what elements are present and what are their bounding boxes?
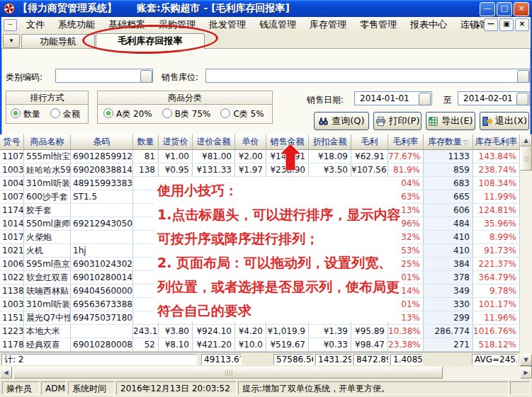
category-lookup-button[interactable] [140,70,152,83]
print-button[interactable]: 打印(P) [373,112,421,130]
table-cell: 6940456000091 [71,284,133,298]
table-cell: ¥62.91 [351,150,388,163]
column-header-12[interactable]: 库存毛利率 [473,134,520,150]
sales-location-lookup-button[interactable] [517,70,529,83]
table-cell: ¥3.80 [159,325,193,338]
export-button[interactable]: 导出(E) [426,112,475,130]
tip-line: 2. 页面布局：可以拖动列，设置列宽、 [157,251,399,275]
table-cell: ¥107.56 [351,163,388,177]
menu-item-cashflow[interactable]: 钱流管理 [254,18,301,31]
application-window: 【得力商贸管理系统】 账套:乐购超市 - [毛利库存回报率] — □ × － 文… [0,0,532,397]
column-header-2[interactable]: 条码 [71,134,133,150]
mdi-close-button[interactable]: × [515,18,529,31]
table-cell: 火机 [24,244,71,258]
column-header-9[interactable]: 毛利 [351,134,388,150]
table-row[interactable]: 11071555ml怡宝水690128599121981¥1.00¥81.00¥… [0,150,520,163]
table-cell: 娃哈哈水596ml [24,163,71,177]
table-cell: 呋喃西林贴 [24,284,71,298]
radio-class-a[interactable]: A类 20% [103,108,152,120]
scroll-up-icon[interactable]: ▲ [520,134,532,146]
date-to-picker-button[interactable] [516,93,528,105]
table-row[interactable]: 12230本地大米243.1¥3.80¥924.10¥4.20¥1,019.9¥… [0,325,520,338]
table-cell: 10224 [0,271,24,284]
maximize-button[interactable]: □ [497,2,512,16]
date-from-picker-button[interactable] [419,93,431,105]
column-header-0[interactable]: 货号 [0,134,24,150]
radio-class-c[interactable]: C类 5% [220,108,264,120]
column-header-1[interactable]: 商品名称 [24,134,71,150]
radio-quantity[interactable]: 数量 [11,108,40,120]
exit-button[interactable]: 退出(X) [480,112,529,130]
column-header-10[interactable]: 毛利率 [388,134,424,150]
table-cell: 1hj [71,244,133,258]
horizontal-scrollbar[interactable]: ◀ ▶ [0,367,532,379]
column-header-5[interactable]: 进价金额 [193,134,235,150]
scroll-right-icon[interactable]: ▶ [520,367,532,379]
table-cell: ¥95.89 [351,325,388,338]
menu-item-inventory[interactable]: 库存管理 [305,18,351,31]
column-header-8[interactable]: 折扣金额 [309,134,351,150]
column-header-11[interactable]: 库存数量▽ [424,134,473,150]
table-cell: 1016.76% [473,325,520,338]
mdi-system-menu-button[interactable]: － [4,19,17,31]
table-cell: ST1.5 [71,190,133,204]
table-cell: 221.37% [473,258,520,271]
table-cell: ¥0.95 [159,163,193,177]
table-cell [71,231,133,244]
summary-count: 计: 2 [1,354,197,365]
table-cell: 本地大米 [24,325,71,338]
vertical-scroll-thumb[interactable] [520,146,532,171]
table-cell: 6901028001489 [71,271,133,284]
print-button-label: 打印(P) [389,115,420,127]
menu-overflow-icon[interactable]: ▸ [477,21,480,29]
summary-discount: 1431.29 [315,354,352,365]
sales-location-input[interactable] [205,69,530,83]
table-cell: 243.1 [133,325,159,338]
query-button[interactable]: 查询(Q) [314,112,369,130]
table-cell: 81.9% [388,163,424,177]
table-cell: 364.79% [473,271,520,284]
table-cell: 10.38% [388,325,424,338]
column-header-3[interactable]: 数量 [133,134,159,150]
radio-class-c-label: C类 5% [233,109,264,119]
radio-class-b-label: B类 75% [175,109,211,119]
column-header-6[interactable]: 单价 [235,134,266,150]
mdi-minimize-button[interactable]: — [484,18,498,31]
category-code-input[interactable] [55,69,153,83]
table-cell: 410 [424,244,473,258]
radio-amount[interactable]: 金额 [50,108,80,120]
scroll-down-icon[interactable]: ▼ [520,354,532,366]
table-row[interactable]: 11786经典双喜690102800082652¥8.10¥421.20¥10.… [0,338,520,352]
table-cell: 665 [424,190,473,204]
scroll-left-icon[interactable]: ◀ [0,367,12,379]
minimize-button[interactable]: — [480,2,495,16]
menu-item-reports[interactable]: 报表中心 [405,18,452,31]
radio-class-a-label: A类 20% [116,109,152,119]
tab-dropdown-button[interactable]: ▾ [3,34,20,48]
table-cell: ¥519.67 [266,338,309,352]
table-cell: 6956367338895 [71,298,133,311]
system-time-value: 2016年12月13日 20:03:52 [116,381,237,395]
mdi-restore-button[interactable]: ▣ [499,18,514,31]
horizontal-scroll-thumb[interactable] [13,367,443,379]
table-row[interactable]: 10032娃哈哈水596ml6902083881405138¥0.95¥131.… [0,163,520,177]
menu-item-file[interactable]: 文件 [21,18,50,31]
column-header-4[interactable]: 进货价 [159,134,193,150]
table-cell: 晨光Q7中性笔 [24,311,71,325]
menu-item-retail[interactable]: 零售管理 [355,18,402,31]
table-cell: 6901285991219 [71,150,133,163]
close-button[interactable]: × [514,2,529,16]
menu-item-wholesale[interactable]: 批发管理 [204,18,251,31]
table-cell: 271 [424,338,473,352]
table-cell: 91.73% [473,244,520,258]
menu-item-system[interactable]: 系统功能 [53,18,100,31]
table-cell: 11510 [0,311,24,325]
radio-dot-icon [50,108,60,118]
table-cell: 52 [133,338,159,352]
sales-date-label: 销售日期: [307,94,344,106]
vertical-scrollbar[interactable]: ▲ ▼ [520,134,532,366]
radio-class-b[interactable]: B类 75% [162,108,211,120]
table-cell: 124.81% [473,204,520,217]
export-button-label: 导出(E) [441,115,472,127]
table-cell: ¥924.10 [193,325,235,338]
